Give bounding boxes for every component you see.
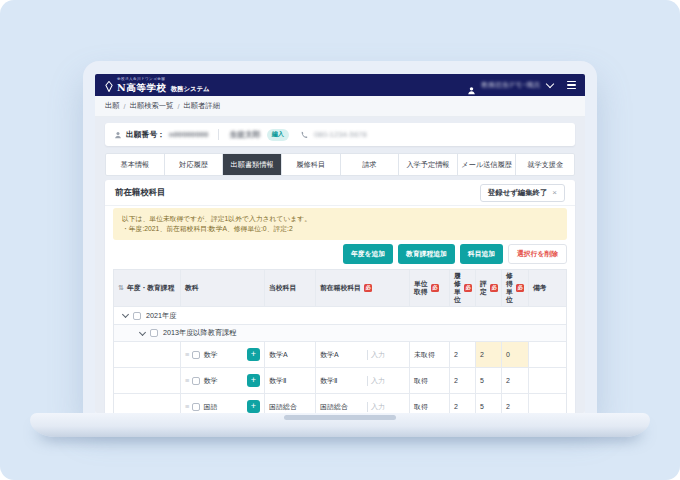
user-icon [467,81,476,90]
required-badge: 必 [364,284,372,291]
cell-year-empty [114,394,181,413]
tab-入学予定情報[interactable]: 入学予定情報 [399,154,458,175]
collapse-chevron-icon[interactable] [139,329,146,336]
row-checkbox[interactable] [192,351,200,359]
add-curriculum-button[interactable]: 教育課程追加 [398,244,455,264]
table-header-row: ⇅年度・教育課程教科当校科目前在籍校科目必単位取得必履修単位必評定必修得単位必備… [114,270,566,308]
cell-credit-status[interactable]: 未取得 [410,342,450,367]
drag-handle-icon[interactable]: ≡ [185,402,189,411]
chevron-down-icon[interactable] [546,80,554,88]
required-badge: 必 [464,284,472,291]
sort-icon[interactable]: ⇅ [118,284,124,292]
cell-enrolled-units[interactable]: 2 [450,342,476,367]
user-name[interactable]: 教務担当デモ−職員 [481,80,540,90]
applicant-info-bar: 出願番号： n00000000 生徒太郎 編入 080-1234-5678 [105,123,575,146]
prev-subject-value: 数学Ⅱ [320,376,337,386]
tab-履修科目[interactable]: 履修科目 [282,154,341,175]
column-header-6: 履修単位必 [450,270,476,307]
cell-year-empty [114,368,181,393]
cell-credit-status[interactable]: 取得 [410,394,450,413]
column-header-1: ⇅年度・教育課程 [114,270,181,307]
cell-prev-school-subject: 国語総合入力 [316,394,410,413]
cell-note [529,368,566,393]
cell-grade[interactable]: 5 [476,394,502,413]
tab-基本情報[interactable]: 基本情報 [106,154,165,175]
row-checkbox[interactable] [192,403,200,411]
prev-school-subjects-card: 前在籍校科目 登録せず編集終了 × 以下は、単位未取得ですが、評定1以外で入力さ… [105,180,575,413]
cell-school-subject: 数学A [265,342,316,367]
menu-icon[interactable] [567,81,576,89]
column-header-4: 前在籍校科目必 [316,270,410,307]
collapse-chevron-icon[interactable] [122,311,129,318]
school-logo[interactable]: 学校法人角川ドワンゴ学園 N高等学校 教務システム [104,78,210,92]
required-badge: 必 [431,284,439,291]
tab-出願書類情報[interactable]: 出願書類情報 [223,154,282,175]
system-name: 教務システム [171,86,210,92]
laptop-screen-content: 学校法人角川ドワンゴ学園 N高等学校 教務システム 教務担当デモ−職員 [95,74,585,413]
prev-subject-value: 国語総合 [320,402,348,412]
tab-請求[interactable]: 請求 [341,154,400,175]
cell-grade[interactable]: 2 [476,342,502,367]
curriculum-group-label: 2013年度以降教育課程 [163,328,237,338]
phone-icon [300,131,308,139]
cell-earned-units[interactable]: 2 [502,368,529,393]
section-title: 前在籍校科目 [115,187,165,198]
column-header-label: 履修単位 [454,272,461,305]
column-header-2: 教科 [181,270,265,307]
school-logo-icon [104,81,114,92]
curriculum-group-row: 2013年度以降教育課程 [114,325,566,342]
cell-subject: ≡数学+ [181,368,265,393]
add-row-button[interactable]: + [247,400,260,413]
laptop-bezel: 学校法人角川ドワンゴ学園 N高等学校 教務システム 教務担当デモ−職員 [83,61,597,413]
row-checkbox[interactable] [192,377,200,385]
add-row-button[interactable]: + [247,374,260,387]
add-row-button[interactable]: + [247,348,260,361]
breadcrumb-item-1[interactable]: 出願 [105,101,120,111]
add-year-button[interactable]: 年度を追加 [343,244,393,264]
prev-subject-input[interactable]: 入力 [367,350,405,360]
person-icon [114,131,122,139]
cell-subject: ≡国語+ [181,394,265,413]
close-icon: × [552,188,557,197]
breadcrumb-separator: / [177,102,179,111]
subject-label: 数学 [203,376,217,386]
column-header-8: 修得単位必 [502,270,529,307]
tab-就学支援金[interactable]: 就学支援金 [516,154,574,175]
curriculum-group-checkbox[interactable] [150,329,158,337]
table-row: ≡数学+数学Ⅱ数学Ⅱ入力取得252 [114,368,566,394]
tab-メール送信履歴[interactable]: メール送信履歴 [458,154,517,175]
cell-year-empty [114,342,181,367]
finish-button-label: 登録せず編集終了 [488,188,547,198]
notice-line-2: ・年度:2021、前在籍校科目:数学A、修得単位:0、評定:2 [122,224,558,234]
cell-earned-units[interactable]: 0 [502,342,529,367]
cell-enrolled-units[interactable]: 2 [450,394,476,413]
cell-note [529,342,566,367]
year-group-checkbox[interactable] [133,312,141,320]
subjects-table: ⇅年度・教育課程教科当校科目前在籍校科目必単位取得必履修単位必評定必修得単位必備… [113,269,567,413]
main-area: 出願番号： n00000000 生徒太郎 編入 080-1234-5678 基本… [95,117,585,413]
column-header-5: 単位取得必 [410,270,450,307]
year-group-label: 2021年度 [146,311,176,321]
application-number-value: n00000000 [169,130,208,139]
add-subject-button[interactable]: 科目追加 [460,244,503,264]
applicant-name: 生徒太郎 [229,129,260,140]
prev-subject-input[interactable]: 入力 [367,402,405,412]
cell-credit-status[interactable]: 取得 [410,368,450,393]
column-header-label: 備考 [533,283,547,293]
notice-line-1: 以下は、単位未取得ですが、評定1以外で入力されています。 [122,214,558,224]
breadcrumb-item-3: 出願者詳細 [183,101,219,111]
enrollment-type-badge: 編入 [267,129,289,141]
drag-handle-icon[interactable]: ≡ [185,376,189,385]
cell-earned-units[interactable]: 2 [502,394,529,413]
cell-enrolled-units[interactable]: 2 [450,368,476,393]
finish-without-register-button[interactable]: 登録せず編集終了 × [480,184,565,202]
tab-対応履歴[interactable]: 対応履歴 [165,154,224,175]
delete-selected-rows-button[interactable]: 選択行を削除 [508,244,567,264]
breadcrumb: 出願/出願検索一覧/出願者詳細 [95,96,585,117]
cell-school-subject: 数学Ⅱ [265,368,316,393]
drag-handle-icon[interactable]: ≡ [185,350,189,359]
prev-subject-input[interactable]: 入力 [367,376,405,386]
cell-grade[interactable]: 5 [476,368,502,393]
breadcrumb-item-2[interactable]: 出願検索一覧 [130,101,174,111]
logo-org-text: 学校法人角川ドワンゴ学園 [117,78,210,82]
